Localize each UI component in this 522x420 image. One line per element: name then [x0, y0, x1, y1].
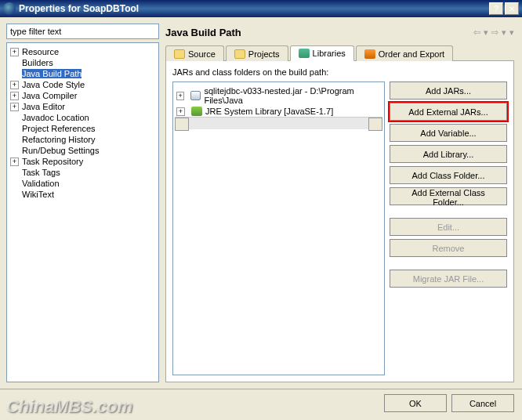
horizontal-scrollbar[interactable] — [175, 117, 382, 129]
tab-icon — [234, 49, 245, 59]
add-library-button[interactable]: Add Library... — [390, 145, 507, 163]
expand-icon — [10, 168, 19, 177]
tab-libraries[interactable]: Libraries — [290, 45, 354, 61]
ok-button[interactable]: OK — [384, 394, 447, 412]
tree-label: Task Repository — [22, 157, 83, 166]
tree-item[interactable]: +Java Compiler — [9, 90, 157, 101]
tree-item[interactable]: Project References — [9, 123, 157, 134]
close-button[interactable]: ✕ — [505, 2, 519, 15]
expand-icon[interactable]: + — [10, 158, 19, 166]
expand-icon[interactable]: + — [10, 48, 19, 56]
expand-icon — [10, 114, 19, 122]
tree-label: Validation — [22, 179, 60, 188]
edit-button: Edit... — [390, 218, 507, 236]
expand-icon — [10, 179, 19, 188]
help-button[interactable]: ? — [489, 2, 503, 15]
tree-label: Project References — [22, 124, 96, 133]
tree-label: Resource — [22, 47, 59, 56]
tree-label: Java Compiler — [22, 91, 77, 100]
expand-icon — [10, 147, 19, 155]
tree-label: Run/Debug Settings — [22, 146, 99, 155]
window-title: Properties for SoapDBTool — [19, 3, 489, 14]
expand-icon — [10, 190, 19, 199]
app-icon — [3, 2, 16, 15]
tree-label: Java Build Path — [22, 69, 82, 78]
page-title: Java Build Path — [165, 27, 241, 38]
remove-button: Remove — [390, 239, 507, 257]
filter-input[interactable] — [6, 24, 159, 39]
expand-icon[interactable]: + — [176, 107, 185, 116]
add-variable-button[interactable]: Add Variable... — [390, 124, 507, 142]
tree-item[interactable]: Refactoring History — [9, 134, 157, 145]
expand-icon — [10, 136, 19, 144]
jre-icon — [191, 107, 202, 116]
button-column: Add JARs... Add External JARs... Add Var… — [390, 81, 507, 375]
tab-body: JARs and class folders on the build path… — [165, 61, 514, 382]
library-label: sqlitejdbc-v033-nested.jar - D:\Program … — [204, 86, 381, 105]
tab-order-and-export[interactable]: Order and Export — [356, 45, 453, 61]
tree-item[interactable]: Java Build Path — [9, 68, 157, 79]
tab-source[interactable]: Source — [165, 45, 224, 61]
forward-arrow-icon[interactable]: ⇨ — [491, 27, 498, 38]
tree-label: Javadoc Location — [22, 113, 89, 122]
bottom-bar: OK Cancel — [0, 389, 522, 417]
add-external-class-folder-button[interactable]: Add External Class Folder... — [390, 187, 507, 205]
expand-icon — [10, 70, 19, 78]
titlebar: Properties for SoapDBTool ? ✕ — [0, 0, 522, 17]
tree-item[interactable]: +Resource — [9, 46, 157, 57]
libraries-tree[interactable]: +sqlitejdbc-v033-nested.jar - D:\Program… — [172, 81, 385, 375]
library-label: JRE System Library [JavaSE-1.7] — [205, 107, 333, 116]
back-arrow-icon[interactable]: ⇦ — [473, 27, 480, 38]
tree-item[interactable]: +Task Repository — [9, 156, 157, 167]
expand-icon[interactable]: + — [10, 103, 19, 111]
tab-icon — [364, 49, 375, 59]
right-panel: Java Build Path ⇦▾ ⇨▾ ▾ SourceProjectsLi… — [164, 24, 516, 382]
tree-item[interactable]: Run/Debug Settings — [9, 145, 157, 156]
expand-icon[interactable]: + — [176, 92, 184, 100]
add-class-folder-button[interactable]: Add Class Folder... — [390, 166, 507, 184]
tree-label: Java Code Style — [22, 80, 85, 89]
tree-label: WikiText — [22, 190, 54, 199]
add-external-jars-button[interactable]: Add External JARs... — [390, 103, 507, 121]
tab-label: Order and Export — [379, 49, 444, 59]
tree-item[interactable]: WikiText — [9, 189, 157, 200]
tab-label: Libraries — [313, 49, 346, 58]
migrate-jar-button: Migrate JAR File... — [390, 270, 507, 288]
tree-label: Builders — [22, 58, 53, 67]
jar-icon — [190, 91, 201, 100]
tab-projects[interactable]: Projects — [226, 45, 288, 61]
nav-arrows: ⇦▾ ⇨▾ ▾ — [473, 27, 514, 38]
expand-icon — [10, 125, 19, 133]
tree-label: Java Editor — [22, 102, 65, 111]
tab-icon — [174, 49, 185, 59]
tree-item[interactable]: Builders — [9, 57, 157, 68]
library-item[interactable]: +JRE System Library [JavaSE-1.7] — [175, 106, 382, 117]
tab-label: Projects — [248, 49, 280, 59]
tab-bar: SourceProjectsLibrariesOrder and Export — [165, 45, 514, 61]
left-panel: +ResourceBuildersJava Build Path+Java Co… — [6, 24, 159, 382]
nav-tree[interactable]: +ResourceBuildersJava Build Path+Java Co… — [6, 42, 159, 382]
tab-icon — [299, 49, 310, 58]
tree-item[interactable]: +Java Editor — [9, 101, 157, 112]
cancel-button[interactable]: Cancel — [451, 394, 514, 412]
libs-description: JARs and class folders on the build path… — [172, 67, 507, 77]
tree-item[interactable]: Javadoc Location — [9, 112, 157, 123]
expand-icon — [10, 59, 19, 67]
expand-icon[interactable]: + — [10, 92, 19, 100]
window-controls: ? ✕ — [489, 2, 519, 15]
add-jars-button[interactable]: Add JARs... — [390, 81, 507, 100]
expand-icon[interactable]: + — [10, 81, 19, 89]
tree-label: Task Tags — [22, 168, 60, 177]
library-item[interactable]: +sqlitejdbc-v033-nested.jar - D:\Program… — [175, 85, 382, 106]
tree-label: Refactoring History — [22, 135, 96, 144]
tree-item[interactable]: +Java Code Style — [9, 79, 157, 90]
tree-item[interactable]: Task Tags — [9, 167, 157, 178]
tree-item[interactable]: Validation — [9, 178, 157, 189]
tab-label: Source — [188, 49, 216, 59]
